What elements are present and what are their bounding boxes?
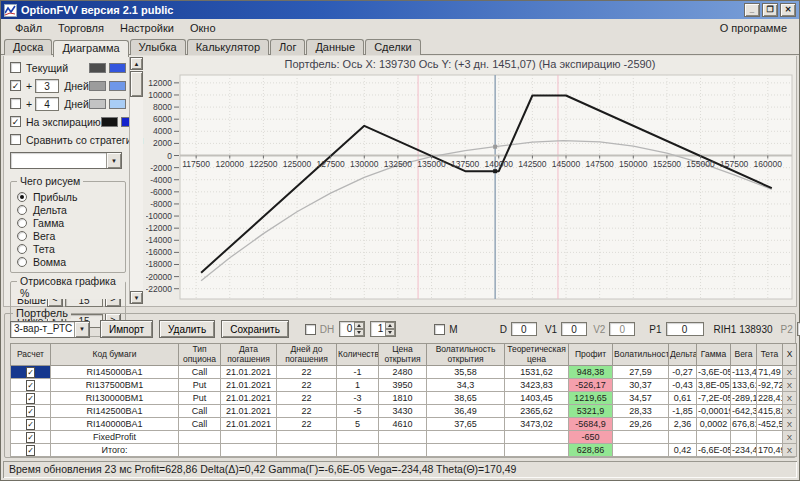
- plus-3-days-input[interactable]: 3: [35, 79, 59, 93]
- draw-option-дельта[interactable]: Дельта: [17, 203, 121, 216]
- radio-icon[interactable]: [17, 244, 27, 254]
- tab-диаграмма[interactable]: Диаграмма: [53, 40, 128, 57]
- delete-row-button[interactable]: X: [783, 431, 797, 444]
- color-swatch[interactable]: [89, 81, 106, 91]
- v1-field[interactable]: 0: [561, 322, 587, 336]
- data-cell: RI145000BA1: [51, 366, 179, 379]
- delete-row-button[interactable]: X: [783, 405, 797, 418]
- menu-item-2[interactable]: Торговля: [50, 21, 112, 35]
- y-tick-label: 12000: [148, 78, 172, 88]
- dh-spinner-1[interactable]: 0: [339, 321, 365, 337]
- data-cell: 21.01.2021: [221, 405, 277, 418]
- draw-option-прибыль[interactable]: Прибыль: [17, 190, 121, 203]
- chevron-down-icon[interactable]: ▼: [106, 153, 121, 168]
- payoff-chart[interactable]: 120001000080006000400020000-2000-4000-60…: [146, 71, 798, 305]
- delete-row-button[interactable]: X: [783, 379, 797, 392]
- spin-down-icon[interactable]: [385, 329, 395, 336]
- radio-icon[interactable]: [17, 218, 27, 228]
- tab-доска[interactable]: Доска: [4, 39, 52, 55]
- p1-field[interactable]: 0: [666, 322, 704, 336]
- color-swatch[interactable]: [89, 63, 106, 73]
- calc-checkbox[interactable]: ✓: [26, 445, 35, 456]
- delete-button[interactable]: Удалить: [159, 320, 215, 338]
- dh-checkbox[interactable]: [305, 324, 316, 335]
- data-cell: [379, 444, 427, 457]
- data-cell: Call: [179, 418, 221, 431]
- column-header: Волатильность: [613, 344, 669, 366]
- draw-option-вега[interactable]: Вега: [17, 229, 121, 242]
- chevron-down-icon[interactable]: ▼: [74, 322, 89, 337]
- calc-cell[interactable]: ✓: [11, 366, 51, 379]
- d-field[interactable]: 0: [511, 322, 537, 336]
- dh-spinner-2[interactable]: 1: [370, 321, 396, 337]
- calc-cell[interactable]: ✓: [11, 379, 51, 392]
- side-panel-scrollbar[interactable]: ▲ ▼: [129, 57, 143, 304]
- calc-checkbox[interactable]: ✓: [26, 419, 35, 430]
- calc-cell[interactable]: ✓: [11, 392, 51, 405]
- calc-cell[interactable]: ✓: [11, 405, 51, 418]
- calc-cell[interactable]: ✓: [11, 431, 51, 444]
- spin-down-icon[interactable]: [354, 329, 364, 336]
- data-cell: -1: [337, 366, 379, 379]
- color-swatch[interactable]: [109, 99, 126, 109]
- spin-up-icon[interactable]: [354, 322, 364, 329]
- column-header: Волатильность открытия: [427, 344, 505, 366]
- plus-4-days-input[interactable]: 4: [35, 97, 59, 111]
- color-swatch[interactable]: [89, 99, 106, 109]
- title-bar[interactable]: OptionFVV версия 2.1 public _ ❐ ✕: [1, 1, 799, 19]
- calc-checkbox[interactable]: ✓: [26, 393, 35, 404]
- draw-option-вомма[interactable]: Вомма: [17, 255, 121, 268]
- expiration-checkbox[interactable]: ✓: [10, 116, 21, 127]
- x-tick-label: 145000: [552, 159, 581, 169]
- plus-3-days-checkbox[interactable]: ✓: [10, 80, 21, 91]
- m-checkbox[interactable]: [434, 324, 445, 335]
- radio-icon[interactable]: [17, 257, 27, 267]
- minimize-button[interactable]: _: [744, 3, 760, 17]
- calc-checkbox[interactable]: ✓: [26, 367, 35, 378]
- color-swatch[interactable]: [109, 81, 126, 91]
- compare-strategy-checkbox[interactable]: [10, 134, 21, 145]
- close-button[interactable]: ✕: [780, 3, 796, 17]
- delete-row-button[interactable]: X: [783, 444, 797, 457]
- tab-калькулятор[interactable]: Калькулятор: [187, 39, 269, 55]
- menu-item-4[interactable]: Окно: [182, 21, 224, 35]
- calc-checkbox[interactable]: ✓: [26, 432, 35, 443]
- data-cell: 71,49: [757, 366, 783, 379]
- plus-4-days-checkbox[interactable]: [10, 98, 21, 109]
- calc-cell[interactable]: ✓: [11, 444, 51, 457]
- scroll-up-icon[interactable]: ▲: [130, 57, 143, 70]
- color-swatch[interactable]: [109, 63, 126, 73]
- scrollbar-thumb[interactable]: [130, 71, 143, 97]
- radio-icon[interactable]: [17, 192, 27, 202]
- tab-данные[interactable]: Данные: [306, 39, 364, 55]
- data-cell: 22: [277, 366, 337, 379]
- menu-item-about[interactable]: О программе: [714, 21, 793, 35]
- strategy-select[interactable]: ▼: [10, 152, 122, 169]
- current-checkbox[interactable]: [10, 62, 21, 73]
- side-panel: Текущий✓+3Дней+4Дней✓На экспирациюСравни…: [4, 56, 144, 305]
- calc-cell[interactable]: ✓: [11, 418, 51, 431]
- tab-лог[interactable]: Лог: [270, 39, 305, 55]
- import-button[interactable]: Импорт: [100, 320, 153, 338]
- radio-icon[interactable]: [17, 205, 27, 215]
- maximize-button[interactable]: ❐: [762, 3, 778, 17]
- draw-option-гамма[interactable]: Гамма: [17, 216, 121, 229]
- tab-сделки[interactable]: Сделки: [365, 39, 421, 55]
- delete-row-button[interactable]: X: [783, 418, 797, 431]
- spin-up-icon[interactable]: [385, 322, 395, 329]
- menu-item-3[interactable]: Настройки: [112, 21, 182, 35]
- draw-option-тета[interactable]: Тета: [17, 242, 121, 255]
- save-button[interactable]: Сохранить: [221, 320, 289, 338]
- data-cell: [697, 431, 731, 444]
- menu-item-1[interactable]: Файл: [7, 21, 50, 35]
- delete-row-button[interactable]: X: [783, 392, 797, 405]
- calc-checkbox[interactable]: ✓: [26, 380, 35, 391]
- tab-улыбка[interactable]: Улыбка: [130, 39, 186, 55]
- delete-row-button[interactable]: X: [783, 366, 797, 379]
- color-swatch[interactable]: [101, 117, 118, 127]
- calc-checkbox[interactable]: ✓: [26, 406, 35, 417]
- data-cell: 2480: [379, 366, 427, 379]
- radio-icon[interactable]: [17, 231, 27, 241]
- scroll-down-icon[interactable]: ▼: [130, 291, 143, 304]
- portfolio-select[interactable]: 3-вар-т_РТС ▼: [10, 321, 90, 338]
